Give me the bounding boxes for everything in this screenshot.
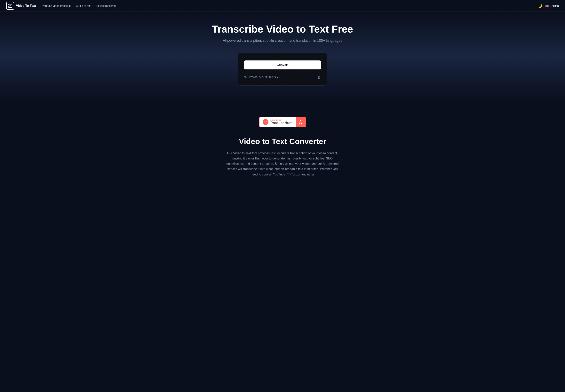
convert-button[interactable]: Convert: [244, 60, 321, 70]
logo-icon: [6, 2, 14, 10]
mid-section: P FIND US ON Product Hunt ▲ 22 Video to …: [0, 101, 565, 189]
language-label: English: [550, 4, 559, 7]
trash-icon: 🗑: [318, 76, 321, 79]
nav-link-youtube[interactable]: Youtube video transcript: [42, 4, 71, 7]
converter-section-description: Our Video to Text tool provides fast, ac…: [224, 151, 341, 177]
nav-link-tiktok[interactable]: TikTok transcript: [96, 4, 116, 7]
moon-icon: 🌙: [538, 4, 542, 8]
ph-logo-circle: P: [263, 119, 268, 125]
upload-card: Convert 📎 1760371640427229245.mp4 🗑: [238, 53, 327, 86]
dark-mode-button[interactable]: 🌙: [538, 4, 542, 8]
converter-description-text: Our Video to Text tool provides fast, ac…: [226, 152, 339, 176]
hero-subtitle: AI-powered transcription, subtitle creat…: [4, 39, 561, 43]
ph-text-block: FIND US ON Product Hunt: [270, 119, 293, 125]
paperclip-icon: 📎: [244, 76, 247, 79]
product-hunt-badge[interactable]: P FIND US ON Product Hunt ▲ 22: [259, 117, 306, 127]
ph-product-hunt-name: Product Hunt: [270, 121, 293, 125]
file-info: 📎 1760371640427229245.mp4: [244, 76, 281, 79]
ph-vote-count: 22: [299, 122, 303, 125]
ph-badge-left: P FIND US ON Product Hunt: [259, 117, 296, 127]
file-row: 📎 1760371640427229245.mp4 🗑: [244, 76, 321, 79]
hero-section: Transcribe Video to Text Free AI-powered…: [0, 12, 565, 101]
file-name: 1760371640427229245.mp4: [249, 76, 281, 79]
logo-link[interactable]: Video To Text: [6, 2, 36, 10]
nav-link-audio[interactable]: Audio to text: [76, 4, 91, 7]
ph-p-letter: P: [265, 120, 267, 124]
navbar: Video To Text Youtube video transcript A…: [0, 0, 565, 12]
hero-title: Transcribe Video to Text Free: [4, 23, 561, 35]
converter-section-title: Video to Text Converter: [4, 137, 561, 146]
language-selector[interactable]: 🇺🇸 English: [545, 4, 559, 7]
flag-icon: 🇺🇸: [545, 4, 549, 7]
ph-badge-right: ▲ 22: [296, 117, 306, 127]
ph-upvote-arrow: ▲: [299, 119, 302, 122]
logo-text: Video To Text: [16, 4, 36, 8]
navbar-right: 🌙 🇺🇸 English: [538, 4, 559, 8]
delete-file-button[interactable]: 🗑: [318, 76, 321, 79]
navbar-left: Video To Text Youtube video transcript A…: [6, 2, 116, 10]
nav-links: Youtube video transcript Audio to text T…: [42, 4, 116, 7]
